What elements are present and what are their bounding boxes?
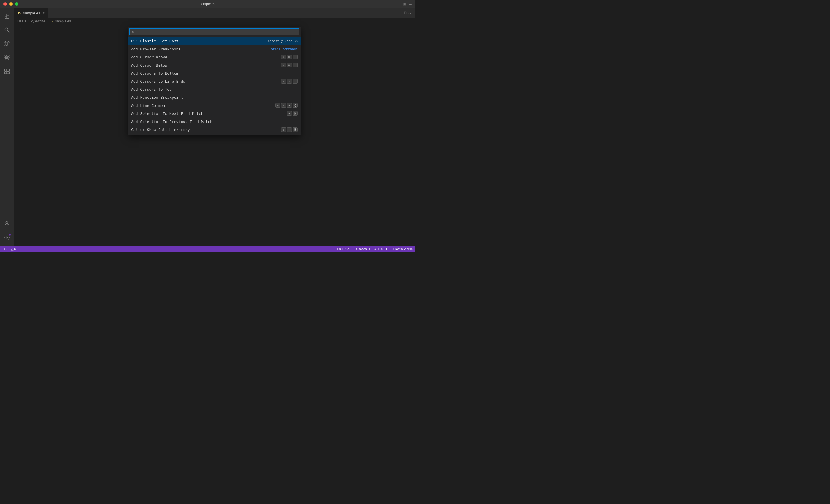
activity-account[interactable] [1,218,13,230]
activity-extensions[interactable] [1,66,13,77]
breadcrumb: Users › kylewhite › JS sample.es [14,18,415,25]
settings-gear-icon[interactable]: ⚙ [295,39,298,43]
command-item[interactable]: Calls: Show Incoming Calls [128,134,300,135]
command-item-left: Add Function Breakpoint [131,95,298,100]
command-item-left: Calls: Show Call Hierarchy [131,128,281,132]
breadcrumb-kylewhite[interactable]: kylewhite [31,19,45,23]
more-actions-icon[interactable]: ··· [409,2,412,6]
keyboard-shortcut: ⇧⌥I [281,79,298,83]
command-label: Add Selection To Previous Find Match [131,120,213,124]
editor-area: JS sample.es × ⧉ ⋯ Users › kylewhite › J… [14,8,415,246]
command-label: Add Cursors to Line Ends [131,79,185,83]
kbd-key: C [292,103,298,108]
command-item-right: ⌥⌘↑ [281,55,298,59]
command-item-right: recently used⚙ [267,39,298,43]
status-cursor-position[interactable]: Ln 1, Col 1 [338,247,353,250]
activity-explorer[interactable] [1,10,13,22]
maximize-button[interactable] [15,2,19,6]
breadcrumb-users[interactable]: Users [17,19,26,23]
command-item[interactable]: Add Cursors to Line Ends ⇧⌥I [128,77,300,85]
breadcrumb-sep-2: › [47,19,48,23]
activity-bar [0,8,14,246]
kbd-key: H [292,127,298,132]
traffic-lights [3,2,19,6]
status-language-mode[interactable]: ElasticSearch [393,247,413,250]
kbd-key: ↑ [292,55,298,59]
command-item-right: ⌘D [287,111,298,116]
kbd-key: D [292,111,298,116]
kbd-key: ↓ [292,63,298,67]
kbd-key: ⌥ [287,127,292,132]
kbd-key: K [281,103,286,108]
command-item[interactable]: Add Cursors To Top [128,85,300,93]
kbd-key: ⌘ [287,55,292,59]
svg-line-5 [8,31,9,33]
keyboard-shortcut: ⌘K⌘C [275,103,298,108]
command-item[interactable]: ES: Elastic: Set Host recently used⚙ [128,37,300,45]
kbd-key: ⌘ [275,103,280,108]
command-item[interactable]: Add Browser Breakpoint other commands [128,45,300,53]
other-commands-badge: other commands [271,47,298,51]
command-input[interactable] [129,28,299,35]
command-item[interactable]: Add Cursors To Bottom [128,69,300,77]
command-item[interactable]: Add Cursor Below ⌥⌘↓ [128,61,300,69]
split-editor-icon[interactable]: ⊞ [403,2,406,6]
keyboard-shortcut: ⌘D [287,111,298,116]
more-editor-actions[interactable]: ⋯ [408,10,413,16]
editor-tab[interactable]: JS sample.es × [14,8,49,18]
svg-point-7 [8,41,9,43]
activity-settings[interactable] [1,232,13,243]
command-item[interactable]: Add Line Comment ⌘K⌘C [128,101,300,109]
svg-point-4 [5,28,8,31]
close-button[interactable] [3,2,7,6]
status-warnings[interactable]: △ 0 [11,247,16,251]
activity-source-control[interactable] [1,38,13,49]
command-item-left: Add Browser Breakpoint [131,47,271,51]
command-item-right: ⌘K⌘C [275,103,298,108]
command-item[interactable]: Add Cursor Above ⌥⌘↑ [128,53,300,61]
svg-rect-12 [5,72,7,74]
breadcrumb-sep-1: › [28,19,29,23]
command-item[interactable]: Calls: Show Call Hierarchy ⇧⌥H [128,126,300,134]
activity-run-debug[interactable] [1,52,13,63]
command-item[interactable]: Add Function Breakpoint [128,93,300,101]
window-title: sample.es [200,2,216,6]
svg-rect-13 [7,72,9,74]
command-item-right: ⇧⌥I [281,79,298,83]
breadcrumb-filename[interactable]: sample.es [55,19,71,23]
command-input-container [128,27,300,37]
editor-content[interactable]: 1 ES: Elastic: Set Host recently used⚙ A… [14,25,415,246]
command-item[interactable]: Add Selection To Previous Find Match [128,117,300,126]
command-item[interactable]: Add Selection To Next Find Match ⌘D [128,109,300,117]
kbd-key: ⌘ [287,103,292,108]
command-palette-overlay: ES: Elastic: Set Host recently used⚙ Add… [14,25,415,246]
kbd-key: ⇧ [281,127,286,132]
command-item-left: Add Cursor Below [131,63,281,67]
activity-bar-bottom [1,218,13,246]
command-label: Add Browser Breakpoint [131,47,181,51]
command-item-left: Add Cursor Above [131,55,281,59]
command-list: ES: Elastic: Set Host recently used⚙ Add… [128,37,300,135]
command-item-left: ES: Elastic: Set Host [131,39,267,43]
command-item-right: other commands [271,47,298,51]
status-errors[interactable]: ⊘ 0 [2,247,7,251]
svg-rect-10 [5,69,7,71]
command-item-left: Add Line Comment [131,103,275,108]
command-item-right: ⌥⌘↓ [281,63,298,67]
tab-filename: sample.es [23,11,40,15]
command-label: Add Line Comment [131,103,167,108]
kbd-key: ⇧ [281,79,286,83]
command-label: Add Cursor Below [131,63,167,67]
status-encoding[interactable]: UTF-8 [374,247,383,250]
kbd-key: ⌘ [287,63,292,67]
command-item-left: Add Selection To Previous Find Match [131,120,298,124]
breadcrumb-js-icon: JS [50,20,54,23]
activity-search[interactable] [1,24,13,36]
command-label: Calls: Show Call Hierarchy [131,128,190,132]
minimize-button[interactable] [9,2,13,6]
status-spaces[interactable]: Spaces: 4 [356,247,370,250]
status-line-ending[interactable]: LF [386,247,390,250]
split-editor-button[interactable]: ⧉ [404,10,407,16]
app-container: JS sample.es × ⧉ ⋯ Users › kylewhite › J… [0,8,415,246]
tab-close-button[interactable]: × [43,11,45,15]
